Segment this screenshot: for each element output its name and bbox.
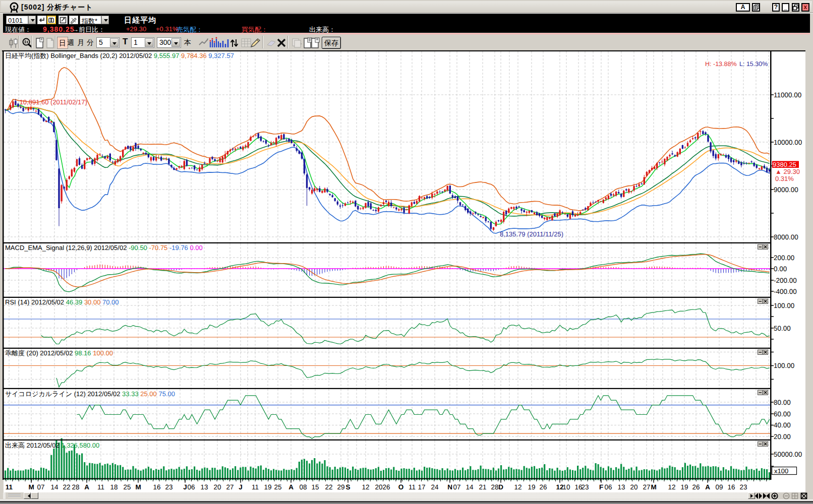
- svg-text:15: 15: [311, 483, 319, 491]
- svg-text:23: 23: [739, 483, 747, 491]
- svg-text:-200.00: -200.00: [774, 277, 797, 284]
- svg-text:12: 12: [362, 483, 369, 491]
- svg-text:27: 27: [226, 483, 234, 491]
- svg-text:8000.00: 8000.00: [774, 233, 798, 241]
- svg-text:25: 25: [274, 483, 281, 491]
- svg-text:9000.00: 9000.00: [774, 186, 798, 194]
- svg-text:日経平均(指数) Bollinger_Bands (20,2: 日経平均(指数) Bollinger_Bands (20,2) 2012/05/…: [5, 52, 234, 59]
- svg-text:M: M: [135, 483, 141, 491]
- svg-text:28: 28: [491, 483, 498, 491]
- svg-text:▲ 29.30: ▲ 29.30: [775, 168, 800, 175]
- svg-text:07: 07: [37, 483, 44, 491]
- svg-text:100.00: 100.00: [774, 302, 794, 309]
- svg-text:24: 24: [431, 483, 439, 491]
- svg-text:11: 11: [409, 483, 416, 491]
- svg-text:10000.00: 10000.00: [774, 139, 802, 146]
- svg-text:09: 09: [715, 483, 723, 491]
- svg-text:O: O: [398, 483, 404, 491]
- svg-text:25: 25: [123, 483, 131, 491]
- svg-text:06: 06: [604, 483, 612, 491]
- svg-text:19: 19: [264, 483, 271, 491]
- svg-text:L: 15.30%: L: 15.30%: [739, 60, 768, 68]
- svg-text:100.00: 100.00: [774, 362, 794, 369]
- svg-text:H: -13.88%: H: -13.88%: [705, 60, 737, 68]
- svg-text:J: J: [183, 483, 187, 491]
- svg-text:60.00: 60.00: [774, 410, 791, 418]
- svg-text:12: 12: [668, 483, 675, 491]
- svg-text:26: 26: [382, 483, 390, 491]
- svg-text:10: 10: [562, 483, 570, 491]
- svg-text:22: 22: [325, 483, 332, 491]
- svg-text:21: 21: [479, 483, 486, 491]
- svg-text:26: 26: [539, 483, 547, 491]
- svg-text:80.00: 80.00: [774, 399, 791, 406]
- svg-text:M: M: [651, 483, 656, 491]
- svg-text:08: 08: [299, 483, 307, 491]
- svg-text:20: 20: [630, 483, 637, 491]
- svg-text:M: M: [28, 483, 34, 491]
- svg-text:14: 14: [466, 483, 474, 491]
- svg-text:17: 17: [418, 483, 425, 491]
- svg-text:12: 12: [514, 483, 521, 491]
- svg-text:40.00: 40.00: [774, 421, 791, 429]
- svg-text:23: 23: [581, 483, 589, 491]
- svg-text:27: 27: [643, 483, 650, 491]
- svg-text:20: 20: [375, 483, 382, 491]
- svg-text:D: D: [498, 483, 503, 491]
- svg-text:26: 26: [692, 483, 700, 491]
- svg-text:← 10,891.60 (2011/02/17): ← 10,891.60 (2011/02/17): [11, 98, 87, 106]
- svg-text:-400.00: -400.00: [774, 288, 797, 295]
- svg-text:50.00: 50.00: [774, 325, 791, 332]
- svg-text:S: S: [345, 483, 350, 491]
- svg-text:13: 13: [200, 483, 208, 491]
- svg-text:200.00: 200.00: [774, 254, 794, 262]
- svg-text:16: 16: [727, 483, 735, 491]
- svg-text:0.00: 0.00: [774, 265, 787, 273]
- svg-text:29: 29: [337, 483, 344, 491]
- svg-text:14: 14: [50, 483, 59, 491]
- svg-text:A: A: [84, 483, 89, 491]
- svg-text:9380.25: 9380.25: [773, 161, 796, 168]
- svg-text:x100: x100: [774, 467, 788, 475]
- svg-text:07: 07: [453, 483, 460, 491]
- svg-text:50000.00: 50000.00: [774, 451, 802, 458]
- svg-text:J: J: [239, 483, 243, 491]
- svg-text:06: 06: [187, 483, 195, 491]
- svg-text:11: 11: [6, 483, 13, 491]
- svg-text:乖離度 (20) 2012/05/02 98.16 100.: 乖離度 (20) 2012/05/02 98.16 100.00: [5, 349, 113, 357]
- svg-text:23: 23: [165, 483, 172, 491]
- svg-text:11: 11: [97, 483, 104, 491]
- svg-text:A: A: [288, 483, 294, 491]
- svg-text:20.00: 20.00: [774, 433, 791, 440]
- svg-text:19: 19: [528, 483, 535, 491]
- svg-text:11: 11: [252, 483, 259, 491]
- svg-text:RSI (14) 2012/05/02 46.39 30.0: RSI (14) 2012/05/02 46.39 30.00 70.00: [5, 298, 119, 306]
- svg-text:11000.00: 11000.00: [774, 91, 801, 99]
- svg-text:13: 13: [617, 483, 625, 491]
- svg-text:18: 18: [110, 483, 118, 491]
- svg-text:20: 20: [213, 483, 221, 491]
- svg-text:0.31%: 0.31%: [775, 175, 794, 182]
- svg-text:A: A: [705, 483, 710, 491]
- svg-text:MACD_EMA_Signal (12,26,9) 2012: MACD_EMA_Signal (12,26,9) 2012/05/02 -90…: [5, 244, 203, 251]
- svg-text:F: F: [599, 483, 603, 491]
- svg-text:8,135.79 (2011/11/25): 8,135.79 (2011/11/25): [500, 230, 563, 238]
- svg-text:19: 19: [680, 483, 688, 491]
- svg-text:16: 16: [153, 483, 160, 491]
- svg-text:28: 28: [72, 483, 79, 491]
- svg-text:N: N: [447, 483, 452, 491]
- svg-text:出来高 2012/05/02 1,326,580.00: 出来高 2012/05/02 1,326,580.00: [5, 442, 99, 449]
- svg-text:サイコロジカルライン (12) 2012/05/02 33.: サイコロジカルライン (12) 2012/05/02 33.33 25.00 7…: [5, 390, 175, 398]
- svg-text:22: 22: [63, 483, 70, 491]
